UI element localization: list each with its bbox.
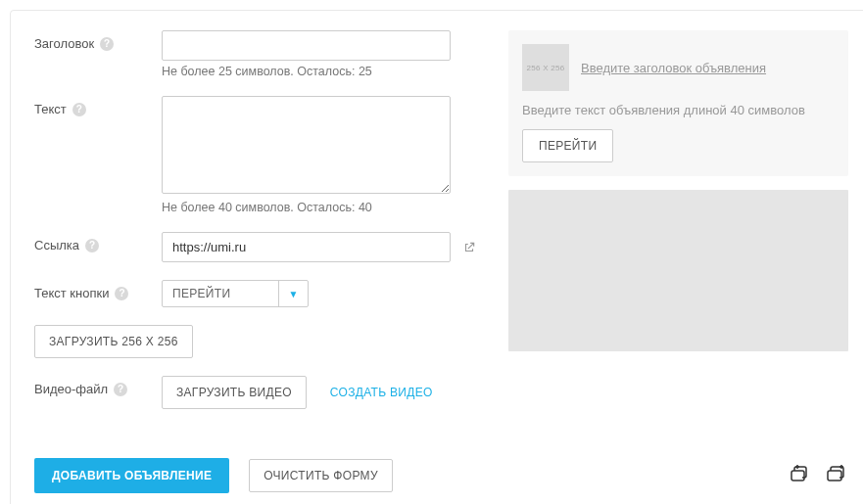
preview-thumb: 256 X 256	[522, 44, 569, 91]
label-video-text: Видео-файл	[34, 382, 108, 396]
svg-rect-0	[791, 471, 804, 481]
help-icon[interactable]: ?	[100, 37, 114, 51]
preview-desc: Введите текст объявления длиной 40 симво…	[522, 103, 835, 117]
link-input[interactable]	[162, 232, 451, 262]
copy-card-icon[interactable]	[784, 461, 811, 491]
form-column: Заголовок ? Не более 25 символов. Остало…	[34, 30, 485, 427]
label-button-text-text: Текст кнопки	[34, 286, 109, 300]
row-video: Видео-файл ? ЗАГРУЗИТЬ ВИДЕО СОЗДАТЬ ВИД…	[34, 376, 485, 409]
chevron-down-icon: ▼	[278, 281, 308, 306]
help-icon[interactable]: ?	[85, 239, 99, 252]
text-hint: Не более 40 символов. Осталось: 40	[162, 201, 485, 214]
footer: ДОБАВИТЬ ОБЪЯВЛЕНИЕ ОЧИСТИТЬ ФОРМУ	[34, 458, 848, 493]
help-icon[interactable]: ?	[115, 287, 128, 300]
title-hint: Не более 25 символов. Осталось: 25	[162, 65, 485, 78]
upload-image-button[interactable]: ЗАГРУЗИТЬ 256 Х 256	[34, 325, 193, 358]
help-icon[interactable]: ?	[114, 383, 127, 396]
preview-title[interactable]: Введите заголовок объявления	[581, 61, 766, 75]
text-input[interactable]	[162, 96, 451, 194]
label-title: Заголовок ?	[34, 30, 162, 51]
preview-go-button[interactable]: ПЕРЕЙТИ	[522, 129, 613, 162]
label-link-text: Ссылка	[34, 238, 79, 252]
label-button-text: Текст кнопки ?	[34, 280, 162, 300]
row-button-text: Текст кнопки ? ПЕРЕЙТИ ▼	[34, 280, 485, 307]
label-text: Текст ?	[34, 96, 162, 116]
label-video: Видео-файл ?	[34, 376, 162, 396]
add-ad-button[interactable]: ДОБАВИТЬ ОБЪЯВЛЕНИЕ	[34, 458, 229, 493]
row-upload-image: ЗАГРУЗИТЬ 256 Х 256	[34, 325, 485, 358]
reset-form-button[interactable]: ОЧИСТИТЬ ФОРМУ	[249, 459, 393, 492]
ad-preview: 256 X 256 Введите заголовок объявления В…	[508, 30, 848, 176]
copy-layout-icon[interactable]	[821, 461, 848, 491]
title-input[interactable]	[162, 30, 451, 61]
label-title-text: Заголовок	[34, 36, 94, 51]
upload-video-button[interactable]: ЗАГРУЗИТЬ ВИДЕО	[162, 376, 307, 409]
row-text: Текст ? Не более 40 символов. Осталось: …	[34, 96, 485, 214]
select-value: ПЕРЕЙТИ	[163, 281, 278, 306]
row-title: Заголовок ? Не более 25 символов. Остало…	[34, 30, 485, 78]
row-link: Ссылка ?	[34, 232, 485, 262]
help-icon[interactable]: ?	[72, 103, 86, 116]
preview-column: 256 X 256 Введите заголовок объявления В…	[508, 30, 848, 427]
ad-editor-card: Заголовок ? Не более 25 символов. Остало…	[10, 10, 863, 504]
svg-rect-1	[828, 471, 841, 481]
label-link: Ссылка ?	[34, 232, 162, 252]
preview-placeholder-block	[508, 190, 848, 351]
external-link-icon[interactable]	[462, 241, 476, 254]
layout: Заголовок ? Не более 25 символов. Остало…	[34, 30, 848, 427]
label-text-text: Текст	[34, 102, 67, 116]
create-video-link[interactable]: СОЗДАТЬ ВИДЕО	[330, 386, 433, 399]
button-text-select[interactable]: ПЕРЕЙТИ ▼	[162, 280, 309, 307]
